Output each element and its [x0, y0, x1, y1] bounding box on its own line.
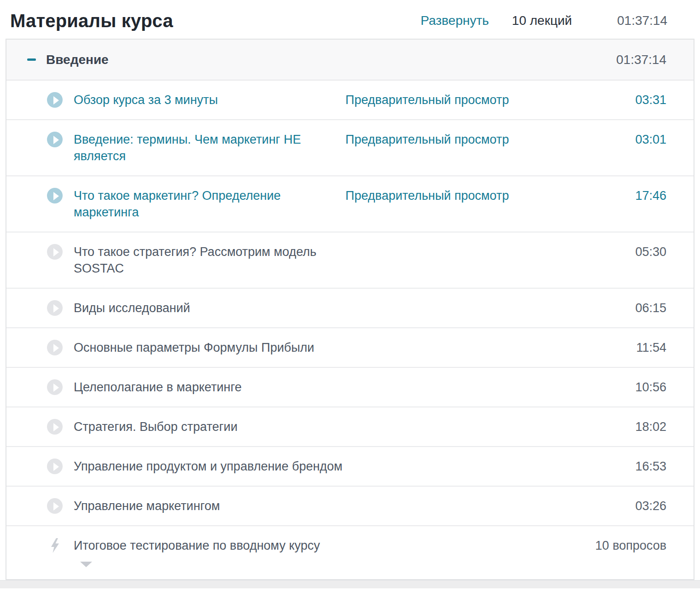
lecture-title[interactable]: Обзор курса за 3 минуты [74, 92, 345, 108]
lecture-title: Управление продуктом и управление брендо… [74, 458, 345, 475]
play-icon [47, 92, 63, 108]
play-icon [47, 340, 63, 355]
header-meta: Развернуть 10 лекций 01:37:14 [420, 13, 667, 28]
lecture-duration: 03:31 [635, 92, 666, 108]
quiz-title: Итоговое тестирование по вводному курсу [74, 537, 345, 554]
lecture-row[interactable]: Управление маркетингом 03:26 [6, 486, 694, 525]
play-icon [47, 379, 63, 395]
lecture-duration: 11:54 [636, 339, 666, 356]
collapse-minus-icon[interactable] [27, 58, 36, 61]
lecture-row[interactable]: Что такое стратегия? Рассмотрим модель S… [6, 232, 694, 288]
play-icon [47, 498, 63, 514]
lecture-row[interactable]: Основные параметры Формулы Прибыли 11:54 [6, 327, 694, 367]
play-icon [47, 300, 63, 316]
expand-all-link[interactable]: Развернуть [420, 13, 489, 28]
lecture-row[interactable]: Обзор курса за 3 минуты Предварительный … [6, 81, 694, 119]
lecture-row[interactable]: Введение: термины. Чем маркетинг НЕ явля… [6, 119, 694, 175]
play-icon [47, 459, 63, 474]
preview-link[interactable]: Предварительный просмотр [345, 187, 571, 204]
lecture-row[interactable]: Что такое маркетинг? Определение маркети… [6, 175, 694, 232]
page-title: Материалы курса [10, 11, 173, 31]
quiz-question-count: 10 вопросов [595, 537, 666, 554]
lecture-title: Виды исследований [74, 300, 345, 316]
lecture-title[interactable]: Введение: термины. Чем маркетинг НЕ явля… [74, 131, 345, 164]
lecture-duration: 16:53 [635, 458, 666, 475]
lecture-row[interactable]: Виды исследований 06:15 [6, 288, 694, 327]
lecture-row[interactable]: Управление продуктом и управление брендо… [6, 446, 694, 486]
lecture-title[interactable]: Что такое маркетинг? Определение маркети… [74, 187, 345, 221]
chevron-down-icon[interactable] [80, 562, 92, 567]
section-duration: 01:37:14 [616, 52, 666, 67]
lecture-duration: 10:56 [635, 379, 666, 395]
preview-link[interactable]: Предварительный просмотр [345, 92, 571, 108]
curriculum-header: Материалы курса Развернуть 10 лекций 01:… [6, 0, 694, 39]
next-section-strip [0, 580, 700, 588]
lecture-duration: 05:30 [635, 244, 666, 260]
lightning-icon [47, 538, 63, 553]
play-icon [47, 188, 63, 203]
play-icon [47, 244, 63, 260]
play-icon [47, 132, 63, 147]
lecture-duration: 06:15 [635, 300, 666, 316]
lecture-duration: 03:01 [635, 131, 666, 148]
lecture-title: Целеполагание в маркетинге [74, 379, 345, 395]
lecture-duration: 17:46 [635, 187, 666, 204]
lecture-title: Управление маркетингом [74, 498, 345, 514]
lecture-row[interactable]: Целеполагание в маркетинге 10:56 [6, 367, 694, 407]
lecture-count: 10 лекций [512, 13, 572, 28]
section-header-vvedenie[interactable]: Введение 01:37:14 [6, 40, 694, 81]
preview-link[interactable]: Предварительный просмотр [345, 131, 571, 148]
lecture-title: Что такое стратегия? Рассмотрим модель S… [74, 244, 345, 277]
lecture-title: Стратегия. Выбор стратегии [74, 418, 345, 435]
lecture-duration: 18:02 [635, 418, 666, 435]
quiz-row[interactable]: Итоговое тестирование по вводному курсу … [6, 525, 694, 579]
lecture-row[interactable]: Стратегия. Выбор стратегии 18:02 [6, 407, 694, 446]
lecture-title: Основные параметры Формулы Прибыли [74, 339, 345, 356]
curriculum-panel: Введение 01:37:14 Обзор курса за 3 минут… [6, 39, 694, 580]
total-duration: 01:37:14 [617, 13, 667, 28]
play-icon [47, 419, 63, 435]
lecture-duration: 03:26 [635, 498, 666, 514]
section-title: Введение [46, 52, 109, 67]
